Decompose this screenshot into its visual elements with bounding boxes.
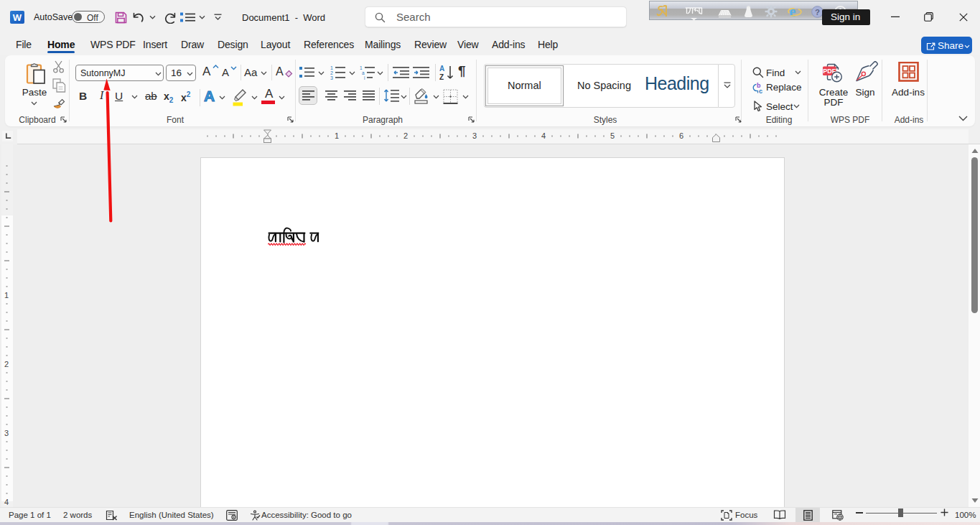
svg-text:2: 2	[330, 70, 333, 75]
svg-text:a: a	[362, 70, 365, 75]
svg-text:?: ?	[815, 8, 820, 17]
svg-text:A: A	[439, 65, 444, 73]
svg-text:4: 4	[4, 498, 9, 506]
svg-text:e: e	[790, 4, 796, 19]
svg-text:3: 3	[472, 131, 477, 140]
svg-text:i: i	[364, 75, 365, 80]
svg-text:W: W	[13, 12, 22, 23]
svg-text:6: 6	[679, 131, 683, 140]
svg-text:1: 1	[330, 65, 333, 70]
svg-text:1: 1	[360, 65, 363, 70]
svg-text:c: c	[759, 88, 762, 94]
svg-text:3: 3	[4, 429, 9, 437]
svg-text:4: 4	[541, 131, 546, 140]
svg-text:Z: Z	[439, 73, 444, 81]
svg-text:2: 2	[403, 131, 408, 140]
svg-text:3: 3	[330, 75, 333, 80]
svg-text:2: 2	[4, 360, 9, 368]
svg-text:5: 5	[610, 131, 615, 140]
svg-text:1: 1	[335, 131, 339, 140]
svg-text:1: 1	[4, 291, 9, 299]
